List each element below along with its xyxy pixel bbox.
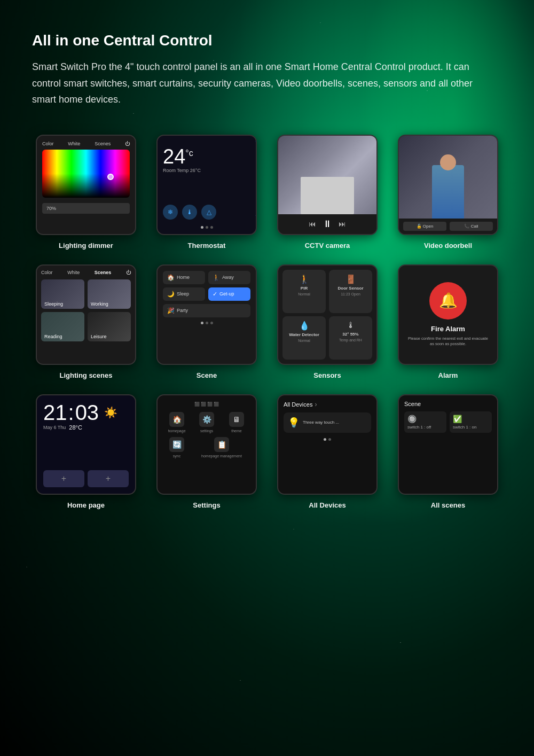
- homepage-mgmt-icon: 📋: [214, 437, 229, 452]
- page-description: Smart Switch Pro the 4" touch control pa…: [32, 59, 497, 108]
- scene-option-party[interactable]: 🎉 Party: [163, 304, 250, 317]
- cctv-play-icon[interactable]: ⏸: [323, 219, 332, 230]
- door-status: 11:23 Open: [341, 292, 360, 296]
- home-date-display: May 6 Thu 28°C: [43, 424, 129, 431]
- settings-header: ⬛ ⬛ ⬛ ⬛: [164, 402, 249, 407]
- brightness-bar[interactable]: 70%: [42, 203, 130, 214]
- settings-item-homepage[interactable]: 🏠 homepage: [164, 412, 190, 433]
- device-label-alarm: Alarm: [438, 371, 458, 379]
- alldevices-title-text: All Devices: [284, 401, 312, 408]
- scene-row-1: 🏠 Home 🚶 Away: [163, 271, 250, 284]
- allscenes-card-switch2[interactable]: ✅ switch 1 : on: [450, 411, 492, 433]
- pir-name: PIR: [301, 286, 308, 291]
- color-picker[interactable]: [42, 150, 130, 198]
- settings-item-sync[interactable]: 🔄 sync: [164, 437, 190, 458]
- lighting-power-icon[interactable]: ⏻: [125, 141, 130, 146]
- device-screen-cctv: ⏮ ⏸ ⏭: [277, 135, 378, 235]
- device-label-cctv: CCTV camera: [305, 241, 350, 250]
- device-item-scene: 🏠 Home 🚶 Away 🌙 Sleep ✓ Get-u: [153, 264, 261, 379]
- temp-value: 24: [163, 145, 185, 168]
- scene-label-leisure: Leisure: [91, 334, 107, 339]
- device-screen-doorbell: 🔓 Open 📞 Call: [398, 135, 498, 235]
- scene-card-working[interactable]: Working: [88, 279, 131, 309]
- alldevices-dot-1: [324, 438, 326, 441]
- temp-num: 32°: [342, 332, 349, 337]
- page-content: All in one Central Control Smart Switch …: [0, 0, 534, 541]
- switch1-off-icon: 🔘: [407, 415, 417, 423]
- device-label-lighting-dimmer: Lighting dimmer: [59, 241, 113, 250]
- water-name: Water Detector: [289, 332, 319, 337]
- settings-item-theme[interactable]: 🖥 theme: [224, 412, 249, 433]
- device-label-homepage: Home page: [67, 501, 105, 509]
- alldevices-dot-2: [328, 438, 331, 441]
- alldevices-title: All Devices: [284, 401, 371, 408]
- allscenes-title: Scene: [404, 401, 492, 407]
- scenes-tab-scenes: Scenes: [95, 270, 112, 275]
- alarm-description: Please confirm the nearest exit and evac…: [406, 336, 490, 347]
- doorbell-open-button[interactable]: 🔓 Open: [403, 222, 446, 231]
- scene-card-leisure[interactable]: Leisure: [88, 312, 131, 341]
- device-item-lighting-scenes: Color White Scenes ⏻ Sleeping Working Re…: [32, 264, 140, 379]
- alldevices-dots: [284, 438, 371, 441]
- scene-row-2: 🌙 Sleep ✓ Get-up: [163, 287, 250, 301]
- device-label-all-scenes: All scenes: [431, 501, 465, 509]
- scene-option-getup[interactable]: ✓ Get-up: [208, 287, 250, 301]
- scene-option-home[interactable]: 🏠 Home: [163, 271, 205, 284]
- alarm-circle: 🔔: [429, 282, 467, 319]
- away-icon: 🚶: [213, 274, 220, 281]
- temp-unit: °c: [185, 149, 193, 158]
- shortcut-btn-1[interactable]: +: [43, 470, 84, 487]
- scene-option-home-label: Home: [177, 275, 190, 280]
- device-screen-lighting: Color White Scenes ⏻ 70%: [36, 135, 136, 235]
- device-label-sensors: Sensors: [313, 371, 341, 379]
- allscenes-card-switch1[interactable]: 🔘 switch 1 : off: [404, 411, 446, 433]
- device-label-all-devices: All Devices: [309, 501, 345, 509]
- home-time-display: 21 : 03 ☀️: [43, 402, 129, 423]
- home-shortcuts: + +: [43, 470, 129, 487]
- device-label-doorbell: Video doorbell: [424, 241, 472, 250]
- scene-dot-1: [201, 322, 203, 324]
- lighting-tab-scenes: Scenes: [95, 141, 111, 146]
- device-item-sensors: 🚶 PIR Normal 🚪 Door Sensor 11:23 Open 💧 …: [273, 264, 381, 379]
- settings-item-homepage-mgmt[interactable]: 📋 homepage management: [194, 437, 249, 458]
- brightness-value: 70%: [46, 206, 56, 211]
- device-touch-icon: 💡: [288, 417, 300, 428]
- settings-item-settings[interactable]: ⚙️ settings: [194, 412, 219, 433]
- device-item-doorbell: 🔓 Open 📞 Call Video doorbell: [394, 135, 502, 250]
- scene-option-sleep[interactable]: 🌙 Sleep: [163, 287, 205, 301]
- color-picker-dot: [107, 174, 114, 180]
- doorbell-feed: [399, 136, 497, 219]
- humidity-num: 55%: [350, 332, 359, 337]
- cctv-prev-icon[interactable]: ⏮: [309, 220, 316, 228]
- scene-option-away-label: Away: [222, 275, 234, 280]
- sync-icon: 🔄: [169, 437, 184, 452]
- scene-dot-2: [206, 322, 208, 324]
- cctv-building-shape: [301, 177, 354, 214]
- scene-option-party-label: Party: [177, 308, 188, 313]
- device-screen-scenes: Color White Scenes ⏻ Sleeping Working Re…: [36, 264, 136, 365]
- doorbell-call-button[interactable]: 📞 Call: [450, 222, 493, 231]
- shortcut-btn-2[interactable]: +: [88, 470, 129, 487]
- device-item-cctv: ⏮ ⏸ ⏭ CCTV camera: [273, 135, 381, 250]
- home-icon: 🏠: [167, 274, 175, 281]
- thermo-btn-heat[interactable]: 🌡: [182, 205, 197, 220]
- settings-grid: 🏠 homepage ⚙️ settings 🖥 theme 🔄 sync: [164, 412, 249, 458]
- scene-option-away[interactable]: 🚶 Away: [208, 271, 250, 284]
- sleep-icon: 🌙: [167, 291, 175, 298]
- cctv-next-icon[interactable]: ⏭: [339, 220, 346, 228]
- device-item-all-scenes: Scene 🔘 switch 1 : off ✅ switch 1 : on A…: [394, 394, 502, 509]
- settings-label-homepage-mgmt: homepage management: [201, 454, 242, 458]
- temp-value-display: 32° 55%: [342, 332, 358, 337]
- thermo-btn-cool[interactable]: ❄: [163, 205, 178, 220]
- device-label-scene: Scene: [197, 371, 217, 379]
- scenes-power-icon[interactable]: ⏻: [126, 270, 131, 275]
- settings-label-settings: settings: [200, 429, 213, 433]
- device-screen-alldevices: All Devices 💡 Three way touch ...: [277, 394, 378, 495]
- scene-card-sleeping[interactable]: Sleeping: [41, 279, 84, 309]
- scenes-tab-color: Color: [41, 270, 53, 275]
- scene-card-reading[interactable]: Reading: [41, 312, 84, 341]
- device-screen-sensors: 🚶 PIR Normal 🚪 Door Sensor 11:23 Open 💧 …: [277, 264, 378, 365]
- device-screen-thermostat: 24°c Room Temp 26°C ❄ 🌡 △: [156, 135, 257, 235]
- door-name: Door Sensor: [337, 286, 363, 291]
- device-card-three-way[interactable]: 💡 Three way touch ...: [284, 412, 371, 433]
